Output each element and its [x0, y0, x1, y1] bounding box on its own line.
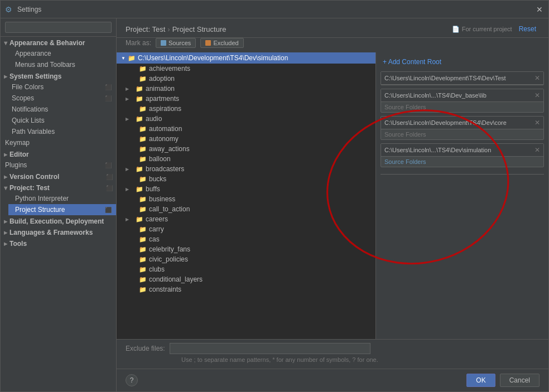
- sidebar-section-languages-frameworks[interactable]: ▶ Languages & Frameworks: [1, 226, 116, 238]
- folder-icon: 📁: [139, 236, 147, 243]
- close-button[interactable]: ✕: [535, 5, 544, 14]
- tree-item-apartments[interactable]: ▶ 📁 apartments: [117, 94, 375, 104]
- close-entry-2[interactable]: ✕: [534, 91, 540, 99]
- project-test-children: Python Interpreter Project Structure ⬛: [1, 193, 116, 215]
- content-root-path-3: C:\Users\Lincoln\Development\TS4\Dev\cor…: [381, 117, 543, 129]
- path-text: C:\Users\Lincoln\...\TS4\Dev\simulation: [384, 147, 491, 153]
- tree-item-label: broadcasters: [146, 165, 184, 173]
- reset-button[interactable]: Reset: [516, 24, 540, 34]
- sources-button[interactable]: Sources: [156, 38, 196, 48]
- sidebar-section-system-settings[interactable]: ▶ System Settings: [1, 70, 116, 81]
- chevron-icon: ▶: [4, 241, 7, 246]
- sidebar-item-label: Path Variables: [12, 128, 55, 135]
- exclude-files-row: Exclude files:: [126, 343, 540, 354]
- folder-icon: 📁: [136, 216, 143, 223]
- tree-item-label: business: [149, 195, 175, 203]
- window-icon: ⚙: [5, 5, 14, 14]
- path-text: C:\Users\Lincoln\...\TS4\Dev_base\lib: [384, 92, 487, 99]
- folder-icon: 📁: [139, 146, 147, 153]
- sidebar-item-file-colors[interactable]: File Colors ⬛: [1, 81, 116, 93]
- close-entry-3[interactable]: ✕: [534, 119, 540, 127]
- close-entry-1[interactable]: ✕: [534, 74, 540, 82]
- main-header: Project: Test › Project Structure 📄 For …: [117, 18, 548, 38]
- exclude-files-input[interactable]: [170, 343, 370, 354]
- breadcrumb-current: Project Structure: [172, 25, 227, 33]
- tree-item-balloon[interactable]: 📁 balloon: [117, 154, 375, 164]
- sidebar-section-appearance-behavior[interactable]: ▶ Appearance & Behavior: [1, 37, 116, 48]
- sidebar-item-project-structure[interactable]: Project Structure ⬛: [8, 204, 116, 215]
- close-entry-4[interactable]: ✕: [534, 146, 540, 154]
- breadcrumb-project[interactable]: Project: Test: [126, 25, 165, 33]
- sidebar-section-version-control[interactable]: ▶ Version Control ⬛: [1, 171, 116, 182]
- sidebar-item-label: Scopes: [12, 94, 34, 102]
- help-button[interactable]: ?: [126, 374, 138, 386]
- tree-item-label: autonomy: [149, 135, 179, 143]
- tree-item-label: carry: [149, 225, 164, 233]
- tree-item-constraints[interactable]: 📁 constraints: [117, 284, 375, 294]
- sidebar-section-project-test[interactable]: ▶ Project: Test ⬛: [1, 182, 116, 193]
- tree-item-achievements[interactable]: 📁 achievements: [117, 64, 375, 74]
- path-text: C:\Users\Lincoln\Development\TS4\Dev\Tes…: [384, 75, 506, 81]
- tree-item-careers[interactable]: ▶ 📁 careers: [117, 214, 375, 224]
- cancel-button[interactable]: Cancel: [500, 374, 540, 387]
- tree-item-audio[interactable]: ▶ 📁 audio: [117, 114, 375, 124]
- tree-item-broadcasters[interactable]: ▶ 📁 broadcasters: [117, 164, 375, 174]
- tree-item-animation[interactable]: ▶ 📁 animation: [117, 84, 375, 94]
- tree-item-call-to-action[interactable]: 📁 call_to_action: [117, 204, 375, 214]
- tree-item-adoption[interactable]: 📁 adoption: [117, 74, 375, 84]
- sidebar-search-input[interactable]: [5, 22, 112, 33]
- tree-item-cas[interactable]: 📁 cas: [117, 234, 375, 244]
- root-path: C:\Users\Lincoln\Development\TS4\Dev\sim…: [138, 54, 288, 62]
- tree-item-aspirations[interactable]: 📁 aspirations: [117, 104, 375, 114]
- folder-icon: 📁: [139, 75, 147, 83]
- source-folders-label-2[interactable]: Source Folders: [381, 102, 543, 112]
- sidebar-item-label: Quick Lists: [12, 117, 45, 124]
- source-folders-label-4[interactable]: Source Folders: [381, 157, 543, 167]
- sidebar-item-menus-toolbars[interactable]: Menus and Toolbars: [8, 59, 116, 70]
- sidebar-item-path-variables[interactable]: Path Variables: [1, 126, 116, 137]
- dialog-buttons: ? OK Cancel: [117, 369, 548, 391]
- sidebar-section-build-execution[interactable]: ▶ Build, Execution, Deployment: [1, 215, 116, 226]
- tree-item-away-actions[interactable]: 📁 away_actions: [117, 144, 375, 154]
- sidebar-section-label: System Settings: [9, 72, 61, 80]
- sidebar-item-label: Plugins: [5, 161, 27, 169]
- for-current-project-btn[interactable]: 📄 For current project: [452, 26, 512, 33]
- tree-item-label: cas: [149, 235, 160, 243]
- tree-item-carry[interactable]: 📁 carry: [117, 224, 375, 234]
- tree-root[interactable]: ▼ 📁 C:\Users\Lincoln\Development\TS4\Dev…: [117, 52, 375, 64]
- chevron-root-icon: ▼: [121, 56, 126, 61]
- sidebar-section-tools[interactable]: ▶ Tools: [1, 238, 116, 249]
- exclude-hint: Use ; to separate name patterns, * for a…: [126, 356, 540, 365]
- sources-label: Sources: [168, 40, 191, 46]
- chevron-icon: ▶: [3, 186, 8, 190]
- sidebar-item-python-interpreter[interactable]: Python Interpreter: [8, 193, 116, 204]
- sidebar-item-notifications[interactable]: Notifications: [1, 104, 116, 115]
- sidebar-search-container: [1, 18, 116, 37]
- sidebar-item-keymap[interactable]: Keymap: [1, 137, 116, 148]
- ok-button[interactable]: OK: [466, 374, 495, 387]
- tree-item-automation[interactable]: 📁 automation: [117, 124, 375, 134]
- tree-item-autonomy[interactable]: 📁 autonomy: [117, 134, 375, 144]
- tree-item-celebrity-fans[interactable]: 📁 celebrity_fans: [117, 244, 375, 254]
- sidebar-item-plugins[interactable]: Plugins ⬛: [1, 159, 116, 171]
- sidebar-item-appearance[interactable]: Appearance: [8, 48, 116, 59]
- tree-item-clubs[interactable]: 📁 clubs: [117, 264, 375, 274]
- tree-item-bucks[interactable]: 📁 bucks: [117, 174, 375, 184]
- excluded-button[interactable]: Excluded: [200, 38, 243, 48]
- source-folders-label-3[interactable]: Source Folders: [381, 129, 543, 139]
- folder-icon: 📁: [139, 266, 147, 273]
- tree-item-label: balloon: [149, 155, 171, 163]
- add-content-root-btn[interactable]: + Add Content Root: [381, 57, 544, 67]
- sidebar-item-quick-lists[interactable]: Quick Lists: [1, 115, 116, 126]
- sidebar-section-editor[interactable]: ▶ Editor: [1, 148, 116, 159]
- tree-item-civic-policies[interactable]: 📁 civic_policies: [117, 254, 375, 264]
- tree-item-conditional-layers[interactable]: 📁 conditional_layers: [117, 274, 375, 284]
- tree-item-business[interactable]: 📁 business: [117, 194, 375, 204]
- sidebar-section-label: Languages & Frameworks: [9, 229, 93, 236]
- tree-item-label: celebrity_fans: [149, 245, 190, 253]
- sidebar-item-scopes[interactable]: Scopes ⬛: [1, 93, 116, 104]
- sidebar-item-label: Menus and Toolbars: [15, 61, 75, 69]
- file-tree: ▼ 📁 C:\Users\Lincoln\Development\TS4\Dev…: [117, 52, 375, 339]
- settings-window: ⚙ Settings ✕ ▶ Appearance & Behavior App…: [0, 0, 549, 392]
- tree-item-buffs[interactable]: ▶ 📁 buffs: [117, 184, 375, 194]
